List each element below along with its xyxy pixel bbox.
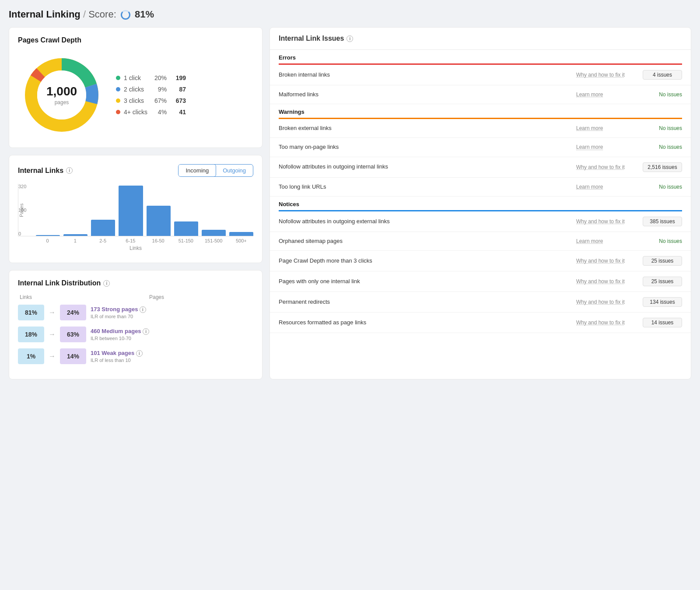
- issue-row: Too many on-page linksLearn moreNo issue…: [270, 138, 691, 157]
- bar-item: [91, 220, 115, 236]
- distribution-row: 18% → 63% 460 Medium pages i ILR between…: [18, 327, 253, 342]
- dist-category-link[interactable]: 460 Medium pages i: [91, 328, 149, 335]
- dist-category-link[interactable]: 101 Weak pages i: [91, 350, 143, 357]
- issue-badge[interactable]: 25 issues: [643, 277, 682, 286]
- issue-link[interactable]: Why and how to fix it: [576, 164, 637, 170]
- issue-badge[interactable]: 134 issues: [643, 297, 682, 307]
- issue-status: No issues: [643, 144, 682, 150]
- distribution-row: 81% → 24% 173 Strong pages i ILR of more…: [18, 305, 253, 320]
- issue-link[interactable]: Why and how to fix it: [576, 299, 637, 305]
- issue-badge[interactable]: 25 issues: [643, 256, 682, 266]
- issues-card: Internal Link Issues i ErrorsBroken inte…: [270, 27, 691, 379]
- issue-row: Permanent redirectsWhy and how to fix it…: [270, 292, 691, 313]
- dist-sublabel: ILR between 10-70: [91, 336, 149, 341]
- page-title: Internal Linking: [9, 9, 80, 20]
- score-value: 81%: [135, 9, 154, 20]
- legend-dot: [116, 87, 120, 91]
- page-header: Internal Linking / Score: 81%: [9, 9, 691, 20]
- issue-status: No issues: [643, 125, 682, 131]
- issue-name: Broken external links: [279, 124, 571, 132]
- x-axis-label: 0: [35, 238, 60, 243]
- legend-pct: 67%: [151, 97, 167, 104]
- legend-item: 1 click 20% 199: [116, 74, 186, 81]
- issues-section: NoticesNofollow attributes in outgoing e…: [270, 197, 691, 333]
- issue-badge[interactable]: 2,516 issues: [643, 162, 682, 172]
- x-axis-label: 151-500: [202, 238, 226, 243]
- total-label: pages: [55, 99, 69, 105]
- issue-badge[interactable]: 4 issues: [643, 70, 682, 80]
- issue-link[interactable]: Why and how to fix it: [576, 218, 637, 225]
- score-circle-icon: [121, 10, 130, 20]
- x-axis-label: 6-15: [119, 238, 143, 243]
- section-label: Errors: [270, 50, 691, 63]
- issue-badge[interactable]: 14 issues: [643, 318, 682, 327]
- distribution-rows: 81% → 24% 173 Strong pages i ILR of more…: [18, 305, 253, 364]
- arrow-icon: →: [49, 309, 56, 316]
- legend-pct: 4%: [151, 109, 167, 116]
- legend-dot: [116, 98, 120, 103]
- pages-bar: 14%: [60, 348, 86, 364]
- main-layout: Pages Crawl Depth: [9, 27, 691, 379]
- issue-status: No issues: [643, 91, 682, 98]
- internal-links-title: Internal Links i: [18, 167, 73, 175]
- donut-chart: 1,000 pages: [18, 51, 105, 139]
- bar-item: [119, 186, 143, 236]
- issue-row: Pages with only one internal linkWhy and…: [270, 271, 691, 292]
- issue-name: Pages with only one internal link: [279, 277, 571, 285]
- issue-link[interactable]: Why and how to fix it: [576, 258, 637, 264]
- issue-name: Permanent redirects: [279, 298, 571, 306]
- issue-row: Nofollow attributes in outgoing external…: [270, 211, 691, 232]
- legend-item: 2 clicks 9% 87: [116, 86, 186, 93]
- bar-chart-area: Pages 320 160 0 012-56-1516-5051-150151-…: [18, 184, 253, 254]
- arrow-icon: →: [49, 330, 56, 338]
- score-label: Score:: [88, 9, 116, 20]
- dist-label: 460 Medium pages i ILR between 10-70: [91, 328, 149, 341]
- issue-link[interactable]: Why and how to fix it: [576, 278, 637, 284]
- section-label: Warnings: [270, 104, 691, 118]
- links-bar: 18%: [18, 327, 44, 342]
- dist-info-icon[interactable]: i: [136, 350, 143, 357]
- issue-link[interactable]: Learn more: [576, 184, 637, 190]
- bar-item: [147, 206, 171, 236]
- issue-link[interactable]: Learn more: [576, 238, 637, 244]
- incoming-toggle[interactable]: Incoming: [178, 164, 216, 177]
- issues-section: ErrorsBroken internal linksWhy and how t…: [270, 50, 691, 104]
- issue-badge[interactable]: 385 issues: [643, 217, 682, 226]
- bar-item: [229, 232, 253, 236]
- issue-link[interactable]: Learn more: [576, 144, 637, 150]
- issue-row: Resources formatted as page linksWhy and…: [270, 313, 691, 333]
- issue-row: Broken external linksLearn moreNo issues: [270, 119, 691, 138]
- issue-name: Nofollow attributes in outgoing external…: [279, 218, 571, 225]
- outgoing-toggle[interactable]: Outgoing: [216, 165, 253, 176]
- issue-row: Orphaned sitemap pagesLearn moreNo issue…: [270, 232, 691, 251]
- links-bar: 1%: [18, 348, 44, 364]
- bar-item: [174, 221, 198, 236]
- arrow-icon: →: [49, 352, 56, 360]
- dist-info-icon[interactable]: i: [143, 328, 149, 335]
- issues-info-icon[interactable]: i: [346, 35, 353, 42]
- links-bar: 81%: [18, 305, 44, 320]
- issue-row: Page Crawl Depth more than 3 clicksWhy a…: [270, 251, 691, 271]
- issue-name: Nofollow attributes in outgoing internal…: [279, 163, 571, 171]
- issue-name: Orphaned sitemap pages: [279, 237, 571, 245]
- bar-item: [202, 230, 226, 236]
- section-label: Notices: [270, 197, 691, 210]
- distribution-info-icon[interactable]: i: [103, 280, 110, 287]
- issue-link[interactable]: Learn more: [576, 125, 637, 131]
- issue-row: Broken internal linksWhy and how to fix …: [270, 65, 691, 85]
- dist-category-link[interactable]: 173 Strong pages i: [91, 306, 146, 313]
- pages-bar: 24%: [60, 305, 86, 320]
- internal-links-info-icon[interactable]: i: [66, 167, 73, 174]
- crawl-depth-title: Pages Crawl Depth: [18, 36, 253, 44]
- legend-count: 87: [170, 86, 186, 93]
- dist-info-icon[interactable]: i: [140, 306, 146, 313]
- legend-item: 3 clicks 67% 673: [116, 97, 186, 104]
- bar-chart: 320 160 0: [18, 184, 253, 236]
- dist-label: 101 Weak pages i ILR of less than 10: [91, 350, 143, 363]
- issue-link[interactable]: Learn more: [576, 91, 637, 98]
- issue-link[interactable]: Why and how to fix it: [576, 72, 637, 78]
- issue-link[interactable]: Why and how to fix it: [576, 320, 637, 326]
- legend-count: 199: [170, 74, 186, 81]
- separator: /: [83, 9, 86, 20]
- issues-section: WarningsBroken external linksLearn moreN…: [270, 104, 691, 197]
